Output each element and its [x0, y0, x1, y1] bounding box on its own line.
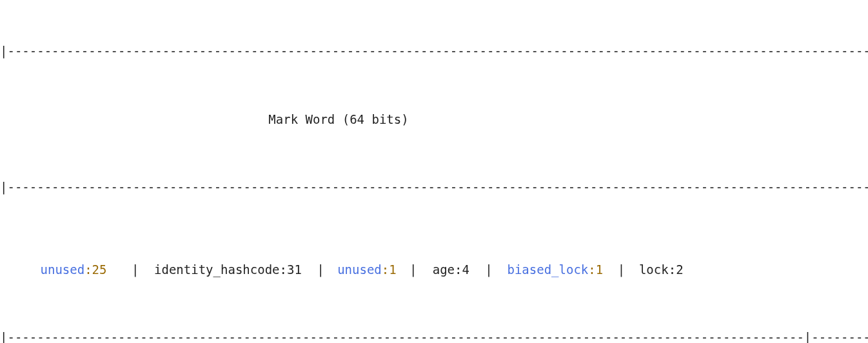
cell-biased-lock: biased_lock:1	[495, 262, 615, 277]
divider: |---------------------------------------…	[0, 180, 868, 195]
header-row: Mark Word (64 bits)	[0, 103, 677, 136]
separator: |	[129, 262, 141, 277]
separator: |	[482, 262, 495, 277]
divider: |---------------------------------------…	[0, 330, 868, 343]
cell-lock: lock:2	[627, 262, 695, 277]
separator: |	[407, 262, 419, 277]
table-row: unused:25 | identity_hashcode:31 | unuse…	[0, 253, 868, 286]
mark-word-diagram: |---------------------------------------…	[0, 0, 868, 343]
cell-age: age:4	[419, 262, 482, 277]
cell-unused1: unused:1	[327, 262, 407, 277]
separator: |	[615, 262, 627, 277]
divider-top: |---------------------------------------…	[0, 44, 868, 59]
separator: |	[314, 262, 326, 277]
header-title: Mark Word (64 bits)	[266, 112, 411, 127]
cell-identity-hashcode: identity_hashcode:31	[141, 262, 314, 277]
cell-unused25: unused:25	[18, 262, 129, 277]
